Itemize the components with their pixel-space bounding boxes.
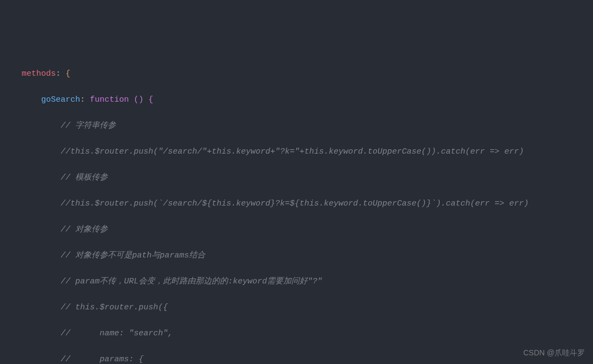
- comment: // 字符串传参: [61, 121, 116, 130]
- comment: // 对象传参: [61, 225, 108, 234]
- code-line: // this.$router.push({: [22, 301, 593, 314]
- code-line: // 对象传参不可是path与params结合: [22, 249, 593, 262]
- code-line: goSearch: function () {: [22, 94, 593, 107]
- comment: // this.$router.push({: [61, 303, 168, 312]
- comment: // 对象传参不可是path与params结合: [61, 251, 205, 260]
- watermark: CSDN @爪哇斗罗: [523, 347, 585, 359]
- keyword-methods: methods: [22, 69, 56, 78]
- keyword-function: function: [90, 95, 134, 104]
- code-line: // param不传，URL会变，此时路由那边的的:keyword需要加问好"?…: [22, 275, 593, 288]
- code-line: // 字符串传参: [22, 120, 593, 133]
- code-line: // 模板传参: [22, 171, 593, 184]
- code-line: // 对象传参: [22, 223, 593, 236]
- code-line: //this.$router.push("/search/"+this.keyw…: [22, 145, 593, 158]
- code-line: //this.$router.push(`/search/${this.keyw…: [22, 197, 593, 210]
- comment: //this.$router.push("/search/"+this.keyw…: [61, 147, 524, 156]
- comment: // 模板传参: [61, 173, 108, 182]
- code-editor: methods: { goSearch: function () { // 字符…: [0, 55, 593, 364]
- comment: // name: "search",: [61, 329, 173, 338]
- comment: // param不传，URL会变，此时路由那边的的:keyword需要加问好"?…: [61, 277, 322, 286]
- method-name: goSearch: [41, 95, 80, 104]
- code-line: // params: {: [22, 353, 593, 364]
- comment: // params: {: [61, 355, 144, 364]
- code-line: methods: {: [22, 68, 593, 81]
- code-line: // name: "search",: [22, 327, 593, 340]
- comment: //this.$router.push(`/search/${this.keyw…: [61, 199, 529, 208]
